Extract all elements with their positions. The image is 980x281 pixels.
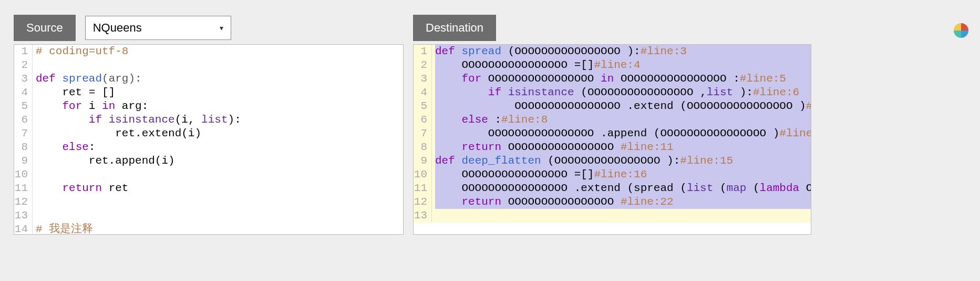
line-number: 6 (14, 113, 32, 127)
code-text (36, 168, 403, 182)
code-line: 12 (14, 195, 403, 209)
code-text: OOOOOOOOOOOOOOOO .extend (OOOOOOOOOOOOOO… (435, 99, 811, 113)
code-line: 5 for i in arg: (14, 99, 403, 113)
line-number: 10 (14, 168, 32, 182)
code-line: 8 else: (14, 140, 403, 154)
source-tab-label: Source (26, 21, 63, 35)
line-number: 6 (414, 113, 431, 127)
code-line: 9 ret.append(i) (14, 154, 403, 168)
code-text: def spread (OOOOOOOOOOOOOOOO ):#line:3 (435, 45, 811, 58)
destination-tab[interactable]: Destination (413, 15, 496, 41)
code-line: 6 if isinstance(i, list): (14, 113, 403, 127)
source-panel: Source NQueens ▾ 1# coding=utf-823def sp… (14, 15, 404, 235)
code-line: 10 OOOOOOOOOOOOOOOO =[]#line:16 (414, 168, 811, 182)
line-number: 12 (14, 195, 32, 209)
line-number: 9 (414, 154, 431, 168)
source-tab[interactable]: Source (14, 15, 76, 41)
code-line: 9def deep_flatten (OOOOOOOOOOOOOOOO ):#l… (414, 154, 811, 168)
code-line: 1# coding=utf-8 (14, 45, 403, 58)
code-line: 12 return OOOOOOOOOOOOOOOO #line:22 (414, 195, 811, 209)
code-text: ret = [] (36, 86, 403, 99)
destination-editor[interactable]: 1def spread (OOOOOOOOOOOOOOOO ):#line:32… (413, 44, 811, 235)
app-root: Source NQueens ▾ 1# coding=utf-823def sp… (0, 0, 980, 281)
code-line: 3def spread(arg): (14, 72, 403, 86)
line-number: 8 (414, 140, 431, 154)
line-number: 2 (414, 58, 431, 72)
code-line: 1def spread (OOOOOOOOOOOOOOOO ):#line:3 (414, 45, 811, 58)
code-text: else :#line:8 (435, 113, 811, 127)
code-line: 14# 我是注释 (14, 223, 403, 235)
line-number: 12 (414, 195, 431, 209)
line-number: 5 (414, 99, 431, 113)
line-number: 11 (414, 182, 431, 195)
line-number: 5 (14, 99, 32, 113)
code-line: 8 return OOOOOOOOOOOOOOOO #line:11 (414, 140, 811, 154)
destination-tab-label: Destination (426, 21, 483, 35)
line-number: 2 (14, 58, 32, 72)
source-file-dropdown[interactable]: NQueens ▾ (85, 16, 231, 40)
app-logo-icon (952, 21, 971, 40)
code-line: 13 (414, 209, 811, 223)
code-line: 11 return ret (14, 182, 403, 195)
line-number: 3 (14, 72, 32, 86)
line-number: 1 (414, 45, 431, 58)
code-text: OOOOOOOOOOOOOOOO .append (OOOOOOOOOOOOOO… (435, 127, 811, 140)
code-text: # coding=utf-8 (36, 45, 403, 58)
code-line: 4 ret = [] (14, 86, 403, 99)
code-text: ret.append(i) (36, 154, 403, 168)
code-text: return ret (36, 182, 403, 195)
code-line: 2 (14, 58, 403, 72)
code-text: return OOOOOOOOOOOOOOOO #line:22 (435, 195, 811, 209)
code-text: def spread(arg): (36, 72, 403, 86)
code-text (36, 195, 403, 209)
code-text: for i in arg: (36, 99, 403, 113)
code-text: def deep_flatten (OOOOOOOOOOOOOOOO ):#li… (435, 154, 811, 168)
code-line: 7 OOOOOOOOOOOOOOOO .append (OOOOOOOOOOOO… (414, 127, 811, 140)
line-number: 14 (14, 223, 32, 235)
code-line: 11 OOOOOOOOOOOOOOOO .extend (spread (lis… (414, 182, 811, 195)
destination-header: Destination (413, 15, 811, 41)
line-number: 7 (414, 127, 431, 140)
line-number: 3 (414, 72, 431, 86)
dropdown-value: NQueens (93, 21, 142, 35)
code-text (435, 209, 811, 223)
code-line: 10 (14, 168, 403, 182)
code-text: if isinstance (OOOOOOOOOOOOOOOO ,list ):… (435, 86, 811, 99)
code-text: return OOOOOOOOOOOOOOOO #line:11 (435, 140, 811, 154)
line-number: 9 (14, 154, 32, 168)
line-number: 1 (14, 45, 32, 58)
line-number: 8 (14, 140, 32, 154)
code-text (36, 209, 403, 223)
code-line: 2 OOOOOOOOOOOOOOOO =[]#line:4 (414, 58, 811, 72)
code-text: ret.extend(i) (36, 127, 403, 140)
code-text (36, 58, 403, 72)
chevron-down-icon: ▾ (220, 24, 223, 32)
code-text: if isinstance(i, list): (36, 113, 403, 127)
code-line: 4 if isinstance (OOOOOOOOOOOOOOOO ,list … (414, 86, 811, 99)
line-number: 4 (14, 86, 32, 99)
code-line: 13 (14, 209, 403, 223)
code-line: 7 ret.extend(i) (14, 127, 403, 140)
line-number: 13 (14, 209, 32, 223)
code-text: OOOOOOOOOOOOOOOO =[]#line:16 (435, 168, 811, 182)
line-number: 10 (414, 168, 431, 182)
line-number: 13 (414, 209, 431, 223)
code-line: 5 OOOOOOOOOOOOOOOO .extend (OOOOOOOOOOOO… (414, 99, 811, 113)
code-line: 6 else :#line:8 (414, 113, 811, 127)
line-number: 4 (414, 86, 431, 99)
line-number: 11 (14, 182, 32, 195)
code-text: for OOOOOOOOOOOOOOOO in OOOOOOOOOOOOOOOO… (435, 72, 811, 86)
code-text: OOOOOOOOOOOOOOOO =[]#line:4 (435, 58, 811, 72)
line-number: 7 (14, 127, 32, 140)
code-text: else: (36, 140, 403, 154)
source-editor[interactable]: 1# coding=utf-823def spread(arg):4 ret =… (14, 44, 404, 235)
code-text: OOOOOOOOOOOOOOOO .extend (spread (list (… (435, 182, 811, 195)
destination-panel: Destination 1def spread (OOOOOOOOOOOOOOO… (413, 15, 811, 235)
source-header: Source NQueens ▾ (14, 15, 404, 41)
code-text: # 我是注释 (36, 223, 403, 235)
code-line: 3 for OOOOOOOOOOOOOOOO in OOOOOOOOOOOOOO… (414, 72, 811, 86)
